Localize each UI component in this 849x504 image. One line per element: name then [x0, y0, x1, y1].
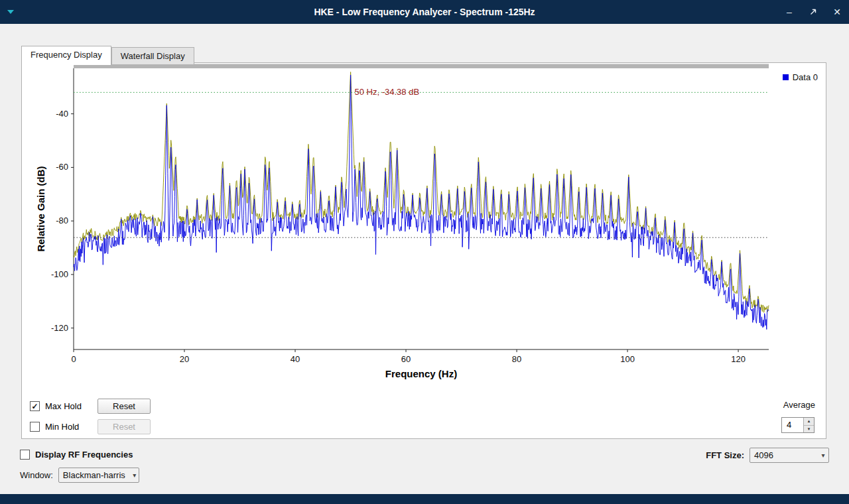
display-rf-row: Display RF Frequencies — [20, 450, 133, 460]
minimize-button[interactable]: – — [784, 7, 795, 17]
app-window: HKE - Low Frequency Analycer - Spectrum … — [0, 0, 849, 504]
max-hold-row: ✓ Max Hold Reset — [30, 399, 151, 414]
restore-button[interactable] — [808, 7, 818, 17]
fft-size-dropdown[interactable]: 4096 ▾ — [750, 448, 829, 463]
svg-text:80: 80 — [512, 354, 521, 364]
fft-size-label: FFT Size: — [706, 450, 744, 460]
svg-text:-60: -60 — [56, 162, 68, 172]
svg-text:100: 100 — [620, 354, 635, 364]
window-controls: – ✕ — [784, 0, 842, 24]
svg-text:Frequency (Hz): Frequency (Hz) — [385, 368, 457, 379]
svg-text:-120: -120 — [51, 323, 68, 333]
window-function-label: Window: — [20, 470, 53, 480]
average-label: Average — [783, 400, 815, 410]
titlebar: HKE - Low Frequency Analycer - Spectrum … — [0, 0, 849, 24]
restore-icon — [809, 8, 817, 16]
display-rf-label: Display RF Frequencies — [35, 450, 133, 460]
max-hold-checkbox[interactable]: ✓ — [30, 401, 40, 411]
svg-text:20: 20 — [180, 354, 189, 364]
svg-text:-40: -40 — [56, 109, 68, 119]
display-rf-checkbox[interactable] — [20, 450, 30, 460]
legend-swatch — [783, 74, 789, 80]
window-function-dropdown[interactable]: Blackman-harris ▾ — [58, 468, 139, 483]
legend-label: Data 0 — [793, 72, 818, 82]
frequency-display-panel: Data 0 Relative Gain (dB) -40-60-80-100-… — [21, 62, 826, 439]
svg-text:50 Hz, -34.38 dB: 50 Hz, -34.38 dB — [355, 87, 420, 97]
svg-text:40: 40 — [291, 354, 300, 364]
max-hold-reset-button[interactable]: Reset — [98, 399, 151, 414]
window-bottom-edge — [0, 494, 849, 504]
fft-size-row: FFT Size: 4096 ▾ — [706, 448, 829, 463]
max-hold-label: Max Hold — [45, 401, 86, 411]
window-title: HKE - Low Frequency Analycer - Spectrum … — [0, 0, 849, 24]
dropdown-arrow-icon: ▾ — [129, 472, 140, 479]
min-hold-label: Min Hold — [45, 422, 86, 432]
close-button[interactable]: ✕ — [832, 7, 842, 17]
svg-text:120: 120 — [731, 354, 746, 364]
min-hold-checkbox[interactable] — [30, 422, 40, 432]
spectrum-chart[interactable]: -40-60-80-100-120020406080100120Frequenc… — [27, 64, 775, 381]
svg-text:-80: -80 — [56, 216, 68, 225]
legend: Data 0 — [783, 72, 818, 82]
fft-size-value: 4096 — [750, 450, 818, 460]
tab-bar: Frequency Display Waterfall Display — [21, 46, 194, 64]
average-value[interactable]: 4 — [782, 418, 803, 432]
min-hold-reset-button[interactable]: Reset — [98, 419, 151, 434]
average-spin-arrows: ▲ ▼ — [803, 418, 814, 432]
window-function-value: Blackman-harris — [59, 470, 129, 480]
window-function-row: Window: Blackman-harris ▾ — [20, 468, 139, 483]
svg-text:0: 0 — [71, 354, 76, 364]
svg-text:60: 60 — [401, 354, 411, 364]
dropdown-arrow-icon: ▾ — [818, 452, 828, 459]
tab-waterfall-display[interactable]: Waterfall Display — [111, 47, 194, 64]
tab-frequency-display[interactable]: Frequency Display — [21, 46, 111, 65]
spin-down-button[interactable]: ▼ — [804, 426, 814, 433]
svg-text:-100: -100 — [51, 269, 68, 279]
min-hold-row: Min Hold Reset — [30, 419, 151, 434]
average-spinbox[interactable]: 4 ▲ ▼ — [781, 417, 815, 433]
spin-up-button[interactable]: ▲ — [804, 418, 814, 426]
